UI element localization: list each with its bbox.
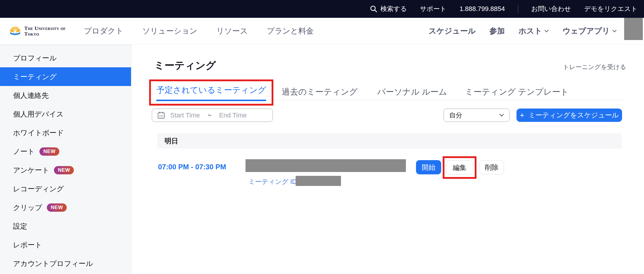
start-meeting-button[interactable]: 開始 [416, 160, 441, 174]
nav-menu: プロダクト ソリューション リソース プランと料金 [84, 26, 314, 36]
start-time-placeholder[interactable]: Start Time [170, 111, 200, 119]
topbar: 検索する サポート 1.888.799.8854 お問い合わせ デモをリクエスト [0, 0, 644, 18]
topbar-search[interactable]: 検索する [370, 4, 407, 13]
new-badge: NEW [39, 147, 59, 156]
topbar-search-label: 検索する [380, 4, 407, 13]
end-time-placeholder[interactable]: End Time [219, 111, 247, 119]
meeting-time: 07:00 PM - 07:30 PM [158, 163, 226, 171]
university-logo-text: The University of Tokyo [24, 26, 70, 37]
sidebar-item-whiteboard[interactable]: ホワイトボード [0, 123, 131, 142]
main-navbar: The University of Tokyo プロダクト ソリューション リソ… [0, 18, 644, 44]
main-content: ミーティング トレーニングを受ける 予定されているミーティング 過去のミーティン… [131, 44, 644, 274]
sidebar-item-notes[interactable]: ノート NEW [0, 142, 131, 161]
sidebar-item-recordings[interactable]: レコーディング [0, 179, 131, 198]
topbar-divider [518, 5, 518, 13]
avatar[interactable] [624, 18, 643, 40]
nav-item-solutions[interactable]: ソリューション [142, 26, 197, 36]
calendar-icon [157, 111, 165, 119]
schedule-meeting-button[interactable]: + ミーティングをスケジュール [517, 109, 622, 122]
annotation-box-active-tab: 予定されているミーティング [149, 79, 273, 106]
range-separator: ~ [208, 111, 211, 119]
topbar-request-demo-link[interactable]: デモをリクエスト [584, 4, 637, 13]
sidebar-item-account-profile[interactable]: アカウントプロフィール [0, 254, 131, 273]
sidebar-item-personal-devices[interactable]: 個人用デバイス [0, 105, 131, 123]
new-badge: NEW [47, 203, 67, 212]
delete-meeting-button[interactable]: 削除 [479, 160, 504, 174]
annotation-box-edit-button: 編集 [443, 156, 476, 179]
host-filter-select[interactable]: 自分 [444, 109, 510, 122]
chevron-down-icon [544, 30, 549, 33]
nav-item-resources[interactable]: リソース [216, 26, 248, 36]
sidebar-item-profile[interactable]: プロフィール [0, 49, 131, 67]
sidebar-item-personal-contacts[interactable]: 個人連絡先 [0, 86, 131, 105]
nav-action-schedule[interactable]: スケジュール [428, 26, 476, 36]
university-logo[interactable]: The University of Tokyo [9, 25, 70, 37]
get-training-link[interactable]: トレーニングを受ける [563, 63, 626, 71]
meeting-group-header: 明日 [157, 133, 622, 149]
date-range-picker[interactable]: Start Time ~ End Time [152, 109, 273, 122]
meeting-id-label: ミーティング ID: [248, 177, 299, 186]
nav-action-host[interactable]: ホスト [519, 26, 549, 36]
sidebar: プロフィール ミーティング 個人連絡先 個人用デバイス ホワイトボード ノート … [0, 44, 131, 274]
topbar-support-link[interactable]: サポート [420, 4, 447, 13]
nav-action-join[interactable]: 参加 [490, 26, 505, 36]
edit-meeting-button[interactable]: 編集 [446, 160, 473, 175]
topbar-contact-link[interactable]: お問い合わせ [531, 4, 571, 13]
search-icon [370, 5, 377, 13]
plus-icon: + [520, 111, 524, 120]
university-logo-icon [9, 25, 21, 37]
sidebar-item-surveys[interactable]: アンケート NEW [0, 161, 131, 179]
nav-action-web-app[interactable]: ウェブアプリ [562, 26, 617, 36]
nav-item-products[interactable]: プロダクト [84, 26, 123, 36]
tab-upcoming-meetings[interactable]: 予定されているミーティング [156, 85, 266, 101]
new-badge: NEW [54, 166, 74, 174]
chevron-down-icon [612, 30, 617, 33]
tab-meeting-templates[interactable]: ミーティング テンプレート [465, 86, 569, 98]
topbar-phone-link[interactable]: 1.888.799.8854 [460, 5, 505, 13]
tab-personal-room[interactable]: パーソナル ルーム [377, 86, 447, 98]
sidebar-item-reports[interactable]: レポート [0, 235, 131, 254]
sidebar-item-clips[interactable]: クリップ NEW [0, 198, 131, 217]
redacted-meeting-topic [246, 159, 406, 172]
chevron-down-icon [499, 114, 504, 117]
sidebar-item-settings[interactable]: 設定 [0, 217, 131, 235]
nav-item-plans-pricing[interactable]: プランと料金 [267, 26, 314, 36]
sidebar-item-meetings[interactable]: ミーティング [0, 67, 131, 86]
redacted-meeting-id [296, 176, 341, 186]
page-title: ミーティング [154, 59, 216, 72]
active-tab-underline [156, 100, 266, 101]
nav-actions: スケジュール 参加 ホスト ウェブアプリ [428, 26, 617, 36]
tab-previous-meetings[interactable]: 過去のミーティング [282, 86, 358, 98]
